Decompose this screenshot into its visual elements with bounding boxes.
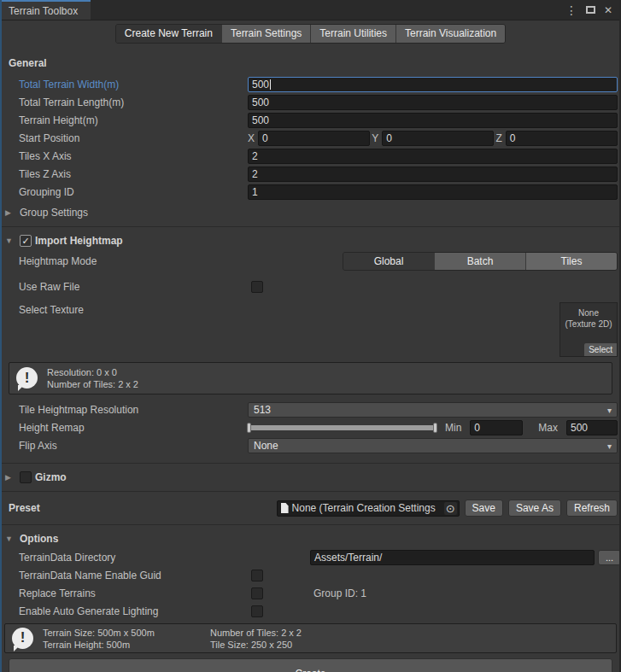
replace-terrains-label: Replace Terrains [2, 587, 248, 599]
import-heightmap-header-row: ▼ ✓ Import Heightmap [2, 232, 619, 249]
divider [2, 524, 619, 525]
replace-terrains-row: Replace Terrains Group ID: 1 [2, 585, 618, 602]
heightmap-mode-batch[interactable]: Batch [435, 253, 526, 270]
slider-track [248, 425, 436, 430]
window-tab[interactable]: Terrain Toolbox [2, 0, 91, 20]
refresh-button[interactable]: Refresh [566, 500, 618, 517]
save-button[interactable]: Save [465, 500, 503, 517]
enable-auto-generate-lighting-checkbox[interactable] [251, 605, 263, 617]
select-texture-row: Select Texture None (Texture 2D) Select [2, 302, 618, 359]
height-remap-row: Height Remap Min 0 Max 500 [2, 419, 618, 436]
texture-picker-type: (Texture 2D) [560, 318, 617, 330]
tile-heightmap-resolution-label: Tile Heightmap Resolution [2, 404, 248, 416]
preset-object-field[interactable]: None (Terrain Creation Settings ⊙ [277, 500, 460, 517]
window-title: Terrain Toolbox [9, 5, 78, 17]
preset-label: Preset [2, 502, 40, 514]
tiles-line: Number of Tiles: 2 x 2 [47, 378, 138, 390]
tab-terrain-settings[interactable]: Terrain Settings [222, 25, 311, 43]
info-icon-tail [18, 385, 24, 391]
gizmo-checkbox[interactable] [20, 471, 32, 483]
terrain-height-field[interactable]: 500 [248, 113, 618, 128]
terrain-size-text: Terrain Size: 500m x 500m [43, 627, 210, 639]
total-terrain-width-label: Total Terrain Width(m) [2, 79, 248, 91]
height-remap-slider[interactable] [248, 422, 436, 434]
gizmo-foldout-row[interactable]: ▶ Gizmo [2, 469, 619, 486]
enable-auto-generate-lighting-row: Enable Auto Generate Lighting [2, 603, 618, 620]
terrain-height-label: Terrain Height(m) [2, 114, 248, 126]
replace-terrains-checkbox[interactable] [251, 587, 263, 599]
flip-axis-row: Flip Axis None ▾ [2, 437, 618, 454]
object-picker-icon[interactable]: ⊙ [444, 502, 457, 515]
start-position-y-field[interactable]: 0 [382, 131, 494, 146]
close-icon[interactable]: ✕ [604, 4, 612, 16]
slider-min-handle[interactable] [247, 423, 251, 433]
heightmap-mode-global[interactable]: Global [343, 253, 435, 270]
create-button[interactable]: Create [9, 658, 612, 672]
slider-max-handle[interactable] [433, 423, 437, 433]
max-label: Max [538, 422, 566, 434]
group-settings-foldout-row[interactable]: ▶ Group Settings [2, 204, 619, 221]
divider [2, 491, 619, 492]
summary-columns: Terrain Size: 500m x 500m Terrain Height… [43, 627, 302, 651]
terraindata-name-enable-guid-checkbox[interactable] [251, 570, 263, 581]
flip-axis-dropdown[interactable]: None ▾ [248, 438, 618, 453]
options-header-row[interactable]: ▼ Options [2, 530, 619, 547]
chevron-down-icon[interactable]: ▼ [5, 237, 16, 245]
texture-picker[interactable]: None (Texture 2D) Select [559, 302, 618, 357]
total-terrain-length-field[interactable]: 500 [248, 95, 618, 110]
tile-size-text: Tile Size: 250 x 250 [210, 639, 302, 651]
grouping-id-value: 1 [252, 186, 258, 198]
tiles-z-axis-value: 2 [252, 168, 258, 180]
window-menu-icon[interactable]: ⋮ [565, 4, 577, 16]
height-remap-max-value: 500 [571, 422, 588, 434]
start-position-x-field[interactable]: 0 [258, 131, 370, 146]
terraindata-name-enable-guid-label: TerrainData Name Enable Guid [2, 570, 248, 581]
grouping-id-field[interactable]: 1 [248, 184, 618, 200]
import-heightmap-label: Import Heightmap [35, 235, 123, 247]
texture-select-button[interactable]: Select [584, 343, 617, 356]
text-caret [270, 79, 271, 90]
summary-column-right: Number of Tiles: 2 x 2 Tile Size: 250 x … [210, 627, 302, 651]
start-position-z-field[interactable]: 0 [506, 131, 618, 146]
terrain-toolbox-window: Terrain Toolbox ⋮ ✕ Create New Terrain T… [0, 0, 621, 672]
height-remap-max-field[interactable]: 500 [566, 420, 618, 435]
start-position-y-value: 0 [386, 132, 392, 144]
tab-create-new-terrain[interactable]: Create New Terrain [116, 25, 222, 43]
min-label: Min [445, 422, 470, 434]
tiles-x-axis-label: Tiles X Axis [2, 150, 248, 162]
tile-heightmap-resolution-row: Tile Heightmap Resolution 513 ▾ [2, 401, 618, 418]
terraindata-directory-value: Assets/Terrain/ [314, 552, 382, 564]
file-icon [281, 503, 289, 513]
resolution-help-box: ! Resolution: 0 x 0 Number of Tiles: 2 x… [9, 362, 612, 394]
heightmap-mode-row: Heightmap Mode Global Batch Tiles [2, 251, 618, 272]
heightmap-mode-tiles[interactable]: Tiles [526, 253, 617, 270]
tab-terrain-visualization[interactable]: Terrain Visualization [396, 25, 505, 43]
content: General Total Terrain Width(m) 500 Total… [2, 47, 619, 672]
total-terrain-width-value: 500 [252, 79, 269, 91]
dropdown-arrow-icon: ▾ [607, 441, 612, 451]
tile-heightmap-resolution-dropdown[interactable]: 513 ▾ [248, 402, 618, 418]
general-header: General [2, 57, 619, 69]
use-raw-file-checkbox[interactable] [251, 281, 263, 293]
heightmap-mode-label: Heightmap Mode [2, 255, 248, 267]
import-heightmap-checkbox[interactable]: ✓ [20, 235, 32, 247]
tab-terrain-utilities[interactable]: Terrain Utilities [311, 25, 396, 43]
maximize-icon[interactable] [586, 6, 595, 14]
terraindata-directory-label: TerrainData Directory [2, 552, 248, 564]
chevron-right-icon: ▶ [5, 473, 16, 482]
terraindata-directory-field[interactable]: Assets/Terrain/ [310, 550, 595, 565]
tiles-z-axis-field[interactable]: 2 [248, 167, 618, 182]
use-raw-file-label: Use Raw File [2, 281, 248, 293]
info-icon: ! [12, 628, 34, 650]
browse-button[interactable]: ... [598, 550, 621, 565]
preset-row: Preset None (Terrain Creation Settings ⊙… [2, 499, 618, 517]
preset-controls: None (Terrain Creation Settings ⊙ Save S… [277, 500, 618, 517]
info-icon-tail [14, 646, 20, 652]
height-remap-min-field[interactable]: 0 [470, 420, 523, 435]
titlebar: Terrain Toolbox ⋮ ✕ [2, 0, 619, 20]
start-position-row: Start Position X 0 Y 0 Z 0 [2, 130, 618, 147]
use-raw-file-row: Use Raw File [2, 278, 618, 295]
tiles-x-axis-field[interactable]: 2 [248, 149, 618, 164]
save-as-button[interactable]: Save As [508, 500, 561, 517]
total-terrain-width-field[interactable]: 500 [248, 77, 618, 92]
